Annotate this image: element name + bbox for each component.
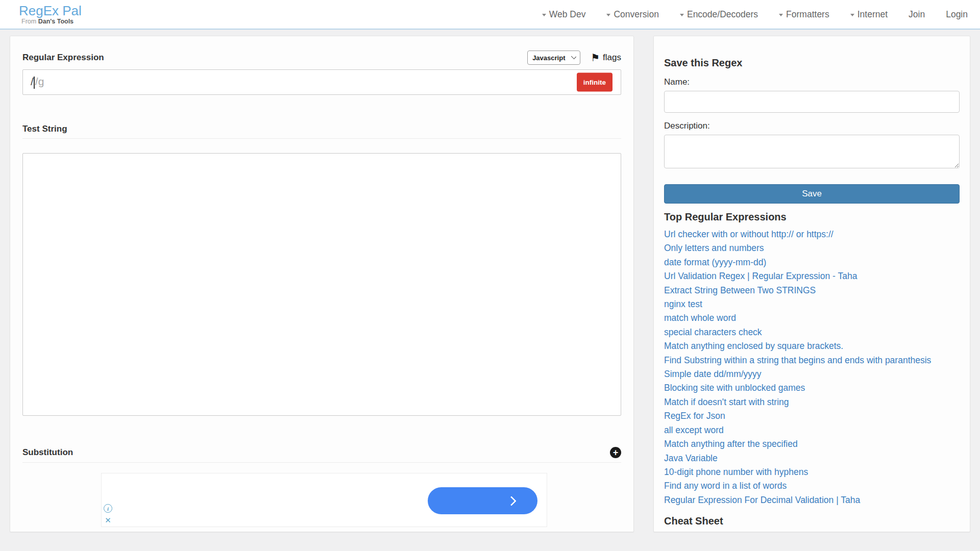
- chevron-right-icon: [508, 497, 515, 505]
- divider: [22, 462, 621, 463]
- top-navbar: RegEx Pal From Dan's Tools Web Dev Conve…: [0, 0, 980, 30]
- top-regex-link[interactable]: Simple date dd/mm/yyyy: [664, 367, 960, 381]
- substitution-row: Substitution +: [22, 447, 621, 458]
- nav-menu: Web Dev Conversion Encode/Decoders Forma…: [542, 0, 968, 29]
- nav-item-label: Web Dev: [549, 9, 586, 20]
- chevron-down-icon: [542, 14, 546, 16]
- regex-header-row: Regular Expression Javascript ⚑ flags: [22, 51, 621, 65]
- flags-label: flags: [603, 53, 621, 63]
- infinite-button[interactable]: infinite: [577, 73, 612, 92]
- test-string-label: Test String: [22, 124, 621, 134]
- top-regex-link[interactable]: match whole word: [664, 311, 960, 325]
- top-regex-title: Top Regular Expressions: [664, 211, 960, 223]
- nav-item-web-dev[interactable]: Web Dev: [542, 9, 586, 20]
- test-string-textarea[interactable]: [22, 153, 621, 416]
- nav-item-conversion[interactable]: Conversion: [606, 9, 659, 20]
- chevron-down-icon: [779, 14, 783, 16]
- sidebar-panel: Save this Regex Name: Description: Save …: [653, 36, 970, 532]
- top-regex-link[interactable]: 10-digit phone number with hyphens: [664, 465, 960, 479]
- regex-flavor-select[interactable]: Javascript: [527, 51, 580, 65]
- nav-item-label: Login: [946, 9, 968, 20]
- top-regex-link[interactable]: Find Substring within a string that begi…: [664, 354, 960, 367]
- ad-info-icon[interactable]: i: [104, 504, 112, 513]
- top-regex-list: Url checker with or without http:// or h…: [664, 228, 960, 507]
- nav-item-formatters[interactable]: Formatters: [779, 9, 829, 20]
- chevron-down-icon: [850, 14, 854, 16]
- brand-tagline-bold: Dan's Tools: [38, 18, 74, 25]
- plus-icon: +: [613, 448, 619, 457]
- divider: [22, 138, 621, 139]
- regex-delimiter-open: /: [31, 76, 34, 87]
- nav-item-label: Conversion: [614, 9, 659, 20]
- chevron-down-icon: [680, 14, 684, 16]
- top-regex-link[interactable]: Regular Expression For Decimal Validatio…: [664, 493, 960, 507]
- top-regex-link[interactable]: Match anything enclosed by square bracke…: [664, 339, 960, 353]
- chevron-down-icon: [606, 14, 610, 16]
- save-regex-title: Save this Regex: [664, 57, 960, 69]
- top-regex-link[interactable]: Match if doesn't start with string: [664, 395, 960, 409]
- top-regex-link[interactable]: Find any word in a list of words: [664, 479, 960, 493]
- top-regex-link[interactable]: all except word: [664, 423, 960, 437]
- top-regex-link[interactable]: RegEx for Json: [664, 409, 960, 423]
- ad-close-icon[interactable]: ✕: [104, 516, 112, 524]
- description-label: Description:: [664, 121, 960, 131]
- regex-input[interactable]: //g infinite: [22, 69, 621, 95]
- nav-item-internet[interactable]: Internet: [850, 9, 888, 20]
- flag-icon: ⚑: [591, 53, 600, 63]
- nav-item-join[interactable]: Join: [909, 9, 925, 20]
- substitution-label: Substitution: [22, 447, 73, 458]
- nav-item-login[interactable]: Login: [946, 9, 968, 20]
- ad-banner: i ✕: [101, 473, 547, 527]
- top-regex-link[interactable]: Match anything after the specified: [664, 437, 960, 451]
- save-button[interactable]: Save: [664, 184, 960, 204]
- regex-input-value: //g: [31, 76, 44, 88]
- nav-item-label: Internet: [857, 9, 888, 20]
- regex-delimiter-close: /g: [35, 76, 44, 87]
- add-substitution-button[interactable]: +: [610, 447, 621, 458]
- nav-item-encode-decoders[interactable]: Encode/Decoders: [680, 9, 758, 20]
- nav-item-label: Join: [909, 9, 925, 20]
- regex-tools: Javascript ⚑ flags: [527, 51, 621, 65]
- flags-toggle[interactable]: ⚑ flags: [591, 53, 621, 63]
- brand-title: RegEx Pal: [19, 4, 82, 18]
- name-label: Name:: [664, 77, 960, 87]
- nav-item-label: Encode/Decoders: [687, 9, 758, 20]
- top-regex-link[interactable]: Java Variable: [664, 452, 960, 465]
- top-regex-link[interactable]: Url Validation Regex | Regular Expressio…: [664, 269, 960, 283]
- top-regex-link[interactable]: Only letters and numbers: [664, 241, 960, 255]
- cheat-sheet-title: Cheat Sheet: [664, 515, 960, 527]
- regex-name-input[interactable]: [664, 91, 960, 113]
- top-regex-link[interactable]: date format (yyyy-mm-dd): [664, 256, 960, 269]
- brand-tagline: From Dan's Tools: [21, 18, 82, 25]
- nav-item-label: Formatters: [786, 9, 829, 20]
- top-regex-link[interactable]: special characters check: [664, 325, 960, 339]
- top-regex-link[interactable]: nginx test: [664, 297, 960, 311]
- top-regex-link[interactable]: Blocking site with unblocked games: [664, 381, 960, 395]
- top-regex-link[interactable]: Url checker with or without http:// or h…: [664, 228, 960, 241]
- flavor-select-wrap: Javascript: [527, 51, 580, 65]
- regex-editor-panel: Regular Expression Javascript ⚑ flags //…: [10, 36, 634, 532]
- ad-cta-button[interactable]: [428, 487, 537, 514]
- regular-expression-label: Regular Expression: [22, 53, 104, 63]
- brand-tagline-prefix: From: [21, 18, 36, 25]
- regex-description-textarea[interactable]: [664, 135, 960, 168]
- brand-logo[interactable]: RegEx Pal From Dan's Tools: [19, 4, 82, 25]
- top-regex-link[interactable]: Extract String Between Two STRINGS: [664, 284, 960, 297]
